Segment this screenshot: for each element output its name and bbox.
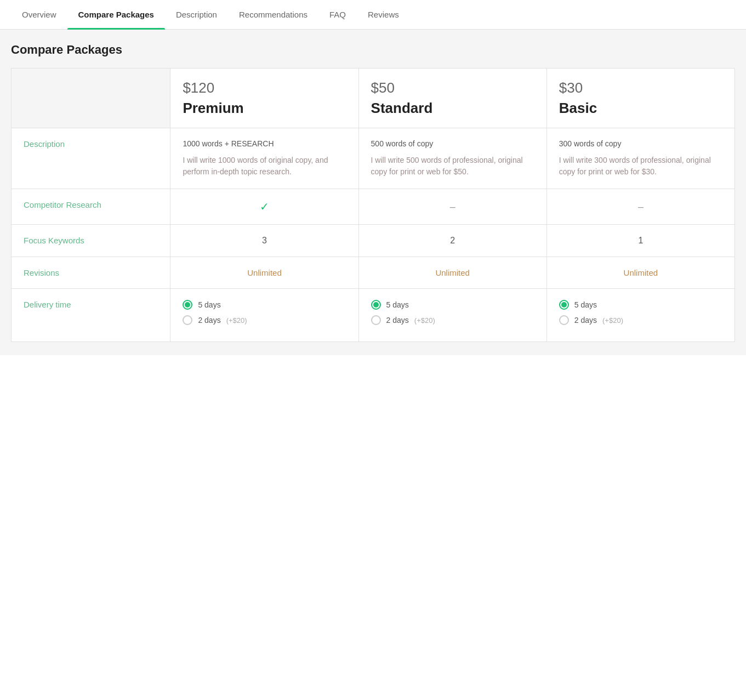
standard-focus-keywords: 2: [358, 225, 546, 257]
header-empty-cell: [12, 69, 170, 128]
delivery-time-label: Delivery time: [12, 289, 170, 342]
basic-5day-label: 5 days: [574, 300, 597, 309]
delivery-time-row: Delivery time 5 days 2 days (+$20) 5 day…: [12, 289, 735, 342]
revisions-row: Revisions Unlimited Unlimited Unlimited: [12, 257, 735, 289]
header-basic: $30 Basic: [546, 69, 734, 128]
standard-delivery: 5 days 2 days (+$20): [358, 289, 546, 342]
premium-price: $120: [183, 79, 346, 96]
standard-2day-label: 2 days: [386, 316, 409, 325]
check-icon: ✓: [260, 201, 269, 213]
basic-delivery-2days-option[interactable]: 2 days (+$20): [559, 315, 722, 325]
standard-delivery-5days-option[interactable]: 5 days: [371, 300, 534, 310]
tab-recommendations[interactable]: Recommendations: [228, 0, 318, 29]
page-title: Compare Packages: [11, 43, 735, 57]
basic-price: $30: [559, 79, 722, 96]
premium-desc-main: 1000 words + RESEARCH: [183, 139, 346, 148]
premium-description: 1000 words + RESEARCH I will write 1000 …: [170, 128, 358, 189]
header-standard: $50 Standard: [358, 69, 546, 128]
competitor-research-label: Competitor Research: [12, 189, 170, 225]
standard-2day-extra: (+$20): [414, 316, 435, 325]
basic-revisions: Unlimited: [546, 257, 734, 289]
premium-2day-label: 2 days: [198, 316, 220, 325]
standard-description: 500 words of copy I will write 500 words…: [358, 128, 546, 189]
standard-delivery-2days-option[interactable]: 2 days (+$20): [371, 315, 534, 325]
dash-icon: –: [450, 201, 455, 212]
premium-delivery: 5 days 2 days (+$20): [170, 289, 358, 342]
basic-desc-detail: I will write 300 words of professional, …: [559, 155, 722, 178]
standard-5day-label: 5 days: [386, 300, 409, 309]
premium-delivery-2days-option[interactable]: 2 days (+$20): [183, 315, 346, 325]
basic-2day-radio[interactable]: [559, 315, 569, 325]
basic-delivery: 5 days 2 days (+$20): [546, 289, 734, 342]
premium-desc-detail: I will write 1000 words of original copy…: [183, 155, 346, 178]
basic-5day-radio-selected[interactable]: [559, 300, 569, 310]
premium-5day-radio-selected[interactable]: [183, 300, 192, 310]
header-row: $120 Premium $50 Standard $30 Basic: [12, 69, 735, 128]
standard-price: $50: [371, 79, 534, 96]
tab-faq[interactable]: FAQ: [318, 0, 357, 29]
standard-5day-radio-selected[interactable]: [371, 300, 381, 310]
basic-name: Basic: [559, 100, 722, 117]
premium-revisions: Unlimited: [170, 257, 358, 289]
description-label: Description: [12, 128, 170, 189]
compare-table: $120 Premium $50 Standard $30 Basic Desc…: [11, 68, 735, 342]
nav-tabs: Overview Compare Packages Description Re…: [0, 0, 746, 30]
revisions-label: Revisions: [12, 257, 170, 289]
standard-desc-detail: I will write 500 words of professional, …: [371, 155, 534, 178]
dash-icon: –: [638, 201, 644, 212]
standard-revisions: Unlimited: [358, 257, 546, 289]
standard-2day-radio[interactable]: [371, 315, 381, 325]
standard-competitor-research: –: [358, 189, 546, 225]
basic-delivery-5days-option[interactable]: 5 days: [559, 300, 722, 310]
basic-focus-keywords: 1: [546, 225, 734, 257]
focus-keywords-row: Focus Keywords 3 2 1: [12, 225, 735, 257]
tab-description[interactable]: Description: [165, 0, 228, 29]
focus-keywords-label: Focus Keywords: [12, 225, 170, 257]
tab-reviews[interactable]: Reviews: [357, 0, 410, 29]
basic-2day-extra: (+$20): [602, 316, 623, 325]
basic-2day-label: 2 days: [574, 316, 597, 325]
standard-desc-main: 500 words of copy: [371, 139, 534, 148]
page-content: Compare Packages $120 Premium $50 Standa…: [0, 30, 746, 355]
premium-name: Premium: [183, 100, 346, 117]
basic-desc-main: 300 words of copy: [559, 139, 722, 148]
tab-overview[interactable]: Overview: [11, 0, 67, 29]
standard-name: Standard: [371, 100, 534, 117]
competitor-research-row: Competitor Research ✓ – –: [12, 189, 735, 225]
tab-compare-packages[interactable]: Compare Packages: [67, 0, 165, 29]
premium-competitor-research: ✓: [170, 189, 358, 225]
premium-focus-keywords: 3: [170, 225, 358, 257]
premium-2day-radio[interactable]: [183, 315, 192, 325]
premium-5day-label: 5 days: [198, 300, 220, 309]
description-row: Description 1000 words + RESEARCH I will…: [12, 128, 735, 189]
basic-description: 300 words of copy I will write 300 words…: [546, 128, 734, 189]
premium-delivery-5days-option[interactable]: 5 days: [183, 300, 346, 310]
premium-2day-extra: (+$20): [226, 316, 247, 325]
header-premium: $120 Premium: [170, 69, 358, 128]
basic-competitor-research: –: [546, 189, 734, 225]
